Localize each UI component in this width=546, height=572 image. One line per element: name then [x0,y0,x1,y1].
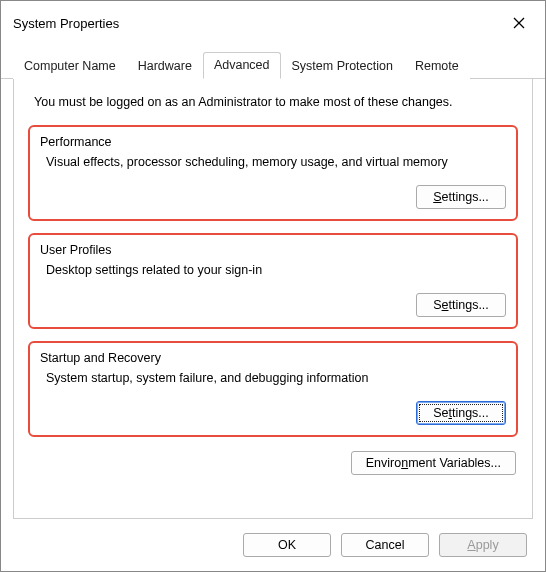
performance-settings-button[interactable]: Settings... [416,185,506,209]
tab-system-protection[interactable]: System Protection [281,53,404,79]
group-performance-desc: Visual effects, processor scheduling, me… [46,155,504,169]
group-performance: Performance Visual effects, processor sc… [28,125,518,221]
tab-content-advanced: You must be logged on as an Administrato… [13,79,533,519]
tab-remote[interactable]: Remote [404,53,470,79]
ok-button[interactable]: OK [243,533,331,557]
window-title: System Properties [13,16,119,31]
apply-button[interactable]: Apply [439,533,527,557]
close-icon [513,17,525,29]
group-startup-recovery-desc: System startup, system failure, and debu… [46,371,504,385]
dialog-footer: OK Cancel Apply [1,519,545,571]
startup-recovery-settings-button[interactable]: Settings... [416,401,506,425]
tab-hardware[interactable]: Hardware [127,53,203,79]
tab-computer-name[interactable]: Computer Name [13,53,127,79]
group-startup-recovery-title: Startup and Recovery [40,351,506,365]
admin-notice: You must be logged on as an Administrato… [34,95,512,109]
cancel-button[interactable]: Cancel [341,533,429,557]
titlebar: System Properties [1,1,545,45]
close-button[interactable] [505,9,533,37]
group-user-profiles-desc: Desktop settings related to your sign-in [46,263,504,277]
group-user-profiles-title: User Profiles [40,243,506,257]
group-performance-title: Performance [40,135,506,149]
group-startup-recovery: Startup and Recovery System startup, sys… [28,341,518,437]
user-profiles-settings-button[interactable]: Settings... [416,293,506,317]
group-user-profiles: User Profiles Desktop settings related t… [28,233,518,329]
tab-bar: Computer Name Hardware Advanced System P… [1,51,545,79]
environment-variables-button[interactable]: Environment Variables... [351,451,516,475]
tab-advanced[interactable]: Advanced [203,52,281,79]
